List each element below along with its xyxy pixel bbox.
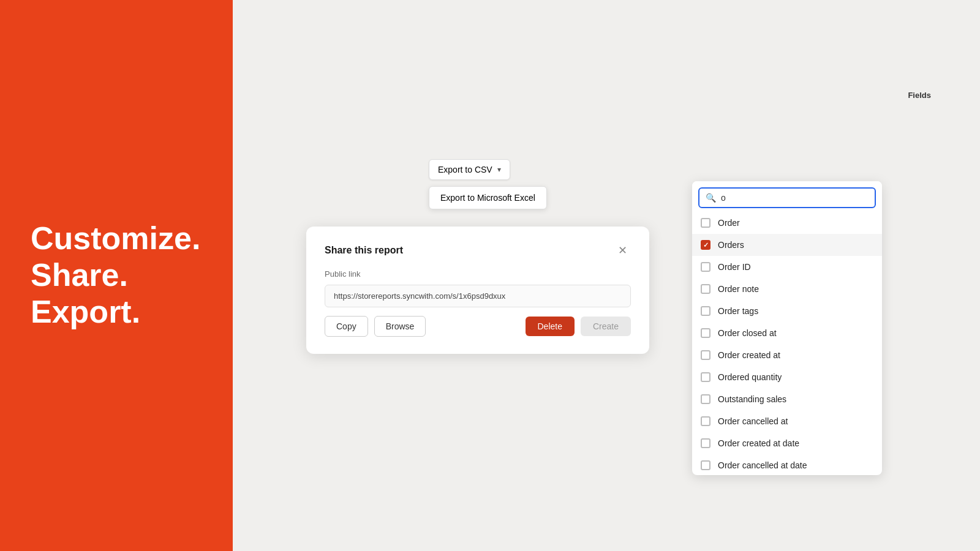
fields-search-wrapper: 🔍 xyxy=(692,181,882,208)
share-left-buttons: Copy Browse xyxy=(325,316,426,337)
field-item-order[interactable]: Order xyxy=(692,212,882,234)
field-item-order_cancelled_at[interactable]: Order cancelled at xyxy=(692,410,882,432)
fields-label: Fields xyxy=(907,91,931,100)
field-label-order_cancelled_at: Order cancelled at xyxy=(718,416,788,426)
checkbox-order_created_at_date[interactable] xyxy=(701,438,710,448)
field-label-order_note: Order note xyxy=(718,284,759,294)
checkbox-outstanding_sales[interactable] xyxy=(701,394,710,404)
field-label-order_closed_at: Order closed at xyxy=(718,328,777,338)
close-button[interactable]: ✕ xyxy=(614,244,631,257)
export-excel-option[interactable]: Export to Microsoft Excel xyxy=(429,186,547,209)
public-link-label: Public link xyxy=(325,269,631,279)
field-item-order_created_at_date[interactable]: Order created at date xyxy=(692,432,882,454)
field-label-order: Order xyxy=(718,218,740,228)
hero-text: Customize. Share. Export. xyxy=(31,220,200,330)
field-label-order_tags: Order tags xyxy=(718,306,758,316)
checkbox-order_closed_at[interactable] xyxy=(701,328,710,338)
public-link-input[interactable] xyxy=(325,285,631,307)
checkbox-ordered_quantity[interactable] xyxy=(701,372,710,382)
field-label-order_id: Order ID xyxy=(718,262,751,272)
field-label-outstanding_sales: Outstanding sales xyxy=(718,394,786,404)
create-button: Create xyxy=(581,317,631,336)
share-actions: Copy Browse Delete Create xyxy=(325,316,631,337)
field-item-orders[interactable]: Orders xyxy=(692,234,882,256)
share-dialog-header: Share this report ✕ xyxy=(325,244,631,257)
checkbox-order_cancelled_at_date[interactable] xyxy=(701,460,710,470)
field-label-order_created_at_date: Order created at date xyxy=(718,438,799,448)
field-label-ordered_quantity: Ordered quantity xyxy=(718,372,782,382)
export-area: Export to CSV ▾ Export to Microsoft Exce… xyxy=(429,159,510,180)
delete-button[interactable]: Delete xyxy=(526,317,575,336)
fields-panel-wrapper: Fields 🔍 OrderOrdersOrder IDOrder noteOr… xyxy=(907,91,931,103)
field-item-ordered_quantity[interactable]: Ordered quantity xyxy=(692,366,882,388)
field-item-order_tags[interactable]: Order tags xyxy=(692,300,882,322)
fields-dropdown: 🔍 OrderOrdersOrder IDOrder noteOrder tag… xyxy=(692,181,882,475)
field-item-order_note[interactable]: Order note xyxy=(692,278,882,300)
fields-list: OrderOrdersOrder IDOrder noteOrder tagsO… xyxy=(692,212,882,475)
export-csv-label: Export to CSV xyxy=(438,165,492,174)
search-icon: 🔍 xyxy=(706,193,716,203)
field-item-outstanding_sales[interactable]: Outstanding sales xyxy=(692,388,882,410)
hero-line-3: Export. xyxy=(31,294,200,331)
checkbox-order[interactable] xyxy=(701,218,710,228)
share-dialog-title: Share this report xyxy=(325,245,403,256)
left-panel: Customize. Share. Export. xyxy=(0,0,233,551)
fields-search-box: 🔍 xyxy=(698,187,876,208)
fields-search-input[interactable] xyxy=(721,193,869,203)
field-label-order_cancelled_at_date: Order cancelled at date xyxy=(718,460,807,470)
right-panel: Export to CSV ▾ Export to Microsoft Exce… xyxy=(233,0,980,551)
field-item-order_created_at[interactable]: Order created at xyxy=(692,344,882,366)
checkbox-orders[interactable] xyxy=(701,240,710,250)
export-csv-button[interactable]: Export to CSV ▾ xyxy=(429,159,510,180)
share-dialog: Share this report ✕ Public link Copy Bro… xyxy=(306,227,649,354)
share-right-buttons: Delete Create xyxy=(526,317,631,336)
checkbox-order_note[interactable] xyxy=(701,284,710,294)
browse-button[interactable]: Browse xyxy=(374,316,426,337)
copy-button[interactable]: Copy xyxy=(325,316,368,337)
field-item-order_id[interactable]: Order ID xyxy=(692,256,882,278)
field-item-order_closed_at[interactable]: Order closed at xyxy=(692,322,882,344)
chevron-down-icon: ▾ xyxy=(497,165,501,174)
hero-line-2: Share. xyxy=(31,257,200,294)
field-label-order_created_at: Order created at xyxy=(718,350,780,360)
checkbox-order_cancelled_at[interactable] xyxy=(701,416,710,426)
checkbox-order_tags[interactable] xyxy=(701,306,710,316)
field-label-orders: Orders xyxy=(718,240,744,250)
checkbox-order_id[interactable] xyxy=(701,262,710,272)
hero-line-1: Customize. xyxy=(31,220,200,257)
field-item-order_cancelled_at_date[interactable]: Order cancelled at date xyxy=(692,454,882,475)
checkbox-order_created_at[interactable] xyxy=(701,350,710,360)
